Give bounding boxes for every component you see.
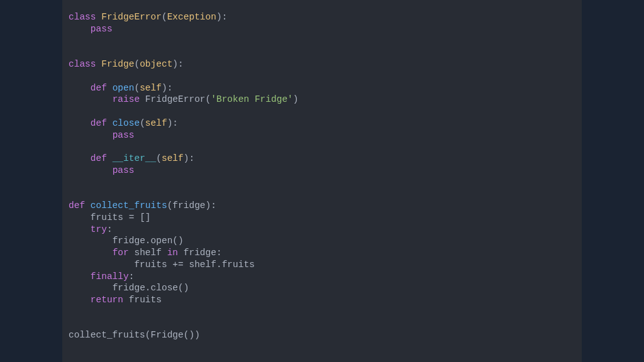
dunder-method: __iter__ xyxy=(113,153,157,163)
variable: fruits xyxy=(91,212,123,222)
code-line: collect_fruits(Fridge()) xyxy=(69,329,575,341)
keyword-for: for xyxy=(113,248,129,258)
code-line xyxy=(69,306,575,318)
function-name: collect_fruits xyxy=(91,200,167,211)
param: fridge xyxy=(172,200,205,211)
variable: fruits xyxy=(134,260,167,270)
function-name: open xyxy=(113,83,135,93)
keyword-def: def xyxy=(91,153,107,163)
code-line: return fruits xyxy=(69,294,575,306)
base-class: object xyxy=(140,59,172,69)
code-line: fridge.close() xyxy=(69,282,575,294)
variable: shelf xyxy=(134,248,162,258)
keyword-pass: pass xyxy=(113,130,135,140)
code-line: for shelf in fridge: xyxy=(69,247,575,259)
string-literal: 'Broken Fridge' xyxy=(211,94,293,104)
code-line: try: xyxy=(69,224,575,236)
code-line: def collect_fruits(fridge): xyxy=(69,200,575,212)
param-self: self xyxy=(145,118,167,128)
code-line: pass xyxy=(69,23,575,35)
variable: fridge xyxy=(184,248,216,258)
code-editor[interactable]: class FridgeError(Exception): pass class… xyxy=(62,0,582,362)
method-call: close xyxy=(151,283,179,293)
code-line: def open(self): xyxy=(69,82,575,94)
keyword-def: def xyxy=(69,200,85,211)
exception-class: FridgeError xyxy=(145,94,206,104)
code-line: fridge.open() xyxy=(69,235,575,247)
function-name: close xyxy=(113,118,140,128)
function-call: collect_fruits xyxy=(69,330,145,340)
keyword-in: in xyxy=(167,248,178,258)
param-self: self xyxy=(140,83,162,93)
code-line: fruits = [] xyxy=(69,212,575,224)
keyword-def: def xyxy=(91,83,107,93)
variable: fridge xyxy=(113,236,145,246)
code-line: pass xyxy=(69,129,575,141)
variable: fruits xyxy=(129,295,162,305)
keyword-pass: pass xyxy=(91,24,113,34)
class-name: Fridge xyxy=(101,59,134,69)
keyword-try: try xyxy=(91,224,107,234)
code-line: finally: xyxy=(69,271,575,283)
code-line: fruits += shelf.fruits xyxy=(69,259,575,271)
param-self: self xyxy=(162,153,184,163)
class-name: FridgeError xyxy=(101,12,162,22)
code-line: class Fridge(object): xyxy=(69,58,575,70)
keyword-return: return xyxy=(91,295,123,305)
code-line: raise FridgeError('Broken Fridge') xyxy=(69,94,575,106)
keyword-finally: finally xyxy=(91,272,129,282)
keyword-class: class xyxy=(69,59,96,69)
code-line xyxy=(69,177,575,189)
code-line xyxy=(69,141,575,153)
code-line xyxy=(69,47,575,58)
code-line: class FridgeError(Exception): xyxy=(69,11,575,23)
code-line xyxy=(69,318,575,330)
keyword-pass: pass xyxy=(113,165,135,175)
code-line: def close(self): xyxy=(69,118,575,129)
code-line: def __iter__(self): xyxy=(69,153,575,165)
keyword-raise: raise xyxy=(113,94,140,104)
code-line xyxy=(69,70,575,82)
class-call: Fridge xyxy=(151,330,184,340)
code-line xyxy=(69,188,575,200)
variable: shelf xyxy=(189,260,216,270)
variable: fridge xyxy=(113,283,145,293)
code-line xyxy=(69,106,575,118)
keyword-class: class xyxy=(69,12,96,22)
code-line: pass xyxy=(69,165,575,177)
code-line xyxy=(69,35,575,47)
base-class: Exception xyxy=(167,12,216,22)
method-call: open xyxy=(151,236,173,246)
keyword-def: def xyxy=(91,118,107,128)
attribute: fruits xyxy=(222,260,255,270)
